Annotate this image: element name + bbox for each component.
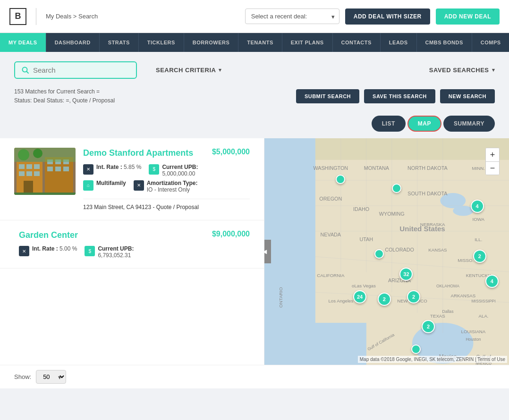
- map-marker[interactable]: 24: [353, 290, 366, 303]
- map-collapse-button[interactable]: ◀: [264, 240, 271, 263]
- logo: B: [9, 8, 26, 25]
- submit-search-button[interactable]: SUBMIT SEARCH: [296, 89, 359, 103]
- deal-name[interactable]: Demo Stanford Apartments: [83, 148, 193, 159]
- map-marker[interactable]: 2: [473, 250, 486, 263]
- nav-item-my-deals[interactable]: MY DEALS: [0, 33, 46, 52]
- svg-rect-18: [14, 193, 76, 195]
- map-marker[interactable]: 2: [407, 290, 420, 303]
- list-view-button[interactable]: LIST: [372, 116, 406, 132]
- svg-rect-9: [26, 171, 32, 176]
- deal-info-2: Garden Center $9,000,000 ✕ Int. Rate : 5…: [14, 230, 250, 259]
- upb-text-2: Current UPB: 6,793,052.31: [98, 245, 134, 259]
- svg-text:OREGON: OREGON: [319, 196, 342, 202]
- map-marker[interactable]: [336, 175, 345, 184]
- search-criteria-chevron-icon: ▾: [219, 67, 222, 73]
- map-marker[interactable]: 4: [471, 200, 484, 213]
- svg-rect-5: [19, 164, 25, 169]
- upb-item-2: $ Current UPB: 6,793,052.31: [85, 245, 134, 259]
- zoom-in-button[interactable]: +: [486, 148, 499, 161]
- map-area: ◀ WASHINGTON: [264, 138, 509, 365]
- show-select-wrapper[interactable]: 10 25 50 100: [36, 370, 66, 384]
- svg-text:IDAHO: IDAHO: [353, 206, 369, 212]
- new-search-button[interactable]: NEW SEARCH: [440, 89, 495, 103]
- results-info: 153 Matches for Current Search = Status:…: [14, 87, 115, 105]
- map-view-button[interactable]: MAP: [407, 116, 441, 132]
- type-label: Multifamily: [96, 180, 126, 186]
- svg-text:ONTARIO: ONTARIO: [278, 287, 283, 308]
- deal-info: Demo Stanford Apartments $5,000,000 ✕ In…: [83, 148, 250, 210]
- svg-text:MISSO.: MISSO.: [458, 258, 474, 263]
- nav-item-tenants[interactable]: TENANTS: [238, 33, 282, 52]
- upb-icon: $: [149, 164, 159, 175]
- int-rate-text: Int. Rate : 5.85 %: [96, 164, 141, 170]
- deal-title-row: Demo Stanford Apartments $5,000,000: [83, 148, 250, 159]
- svg-text:oLas Vegas: oLas Vegas: [352, 283, 376, 288]
- svg-text:MISSISSIPPI: MISSISSIPPI: [471, 299, 495, 303]
- breadcrumb: My Deals > Search: [46, 13, 98, 20]
- deal-amount: $5,000,000: [212, 148, 250, 156]
- svg-text:SOUTH DAKOTA: SOUTH DAKOTA: [407, 191, 448, 197]
- add-new-deal-button[interactable]: ADD NEW DEAL: [436, 8, 500, 25]
- show-select[interactable]: 10 25 50 100: [36, 370, 66, 384]
- deal-meta-2: ⌂ Multifamily ✕ Amortization Type: IO - …: [83, 180, 250, 193]
- amort-value: IO - Interest Only: [147, 186, 198, 193]
- map-marker[interactable]: 4: [485, 275, 499, 288]
- svg-text:CALIFORNIA: CALIFORNIA: [317, 273, 345, 278]
- svg-text:COLORADO: COLORADO: [385, 247, 414, 252]
- nav-item-dashboard[interactable]: DASHBOARD: [46, 33, 100, 52]
- svg-text:OKLAHOMA: OKLAHOMA: [436, 284, 459, 288]
- svg-text:Houston: Houston: [466, 337, 481, 342]
- nav-item-cmbs-bonds[interactable]: CMBS BONDS: [417, 33, 472, 52]
- map-marker[interactable]: 32: [399, 268, 413, 281]
- svg-rect-25: [315, 138, 509, 160]
- int-rate-icon: ✕: [83, 164, 93, 175]
- nav-item-strats[interactable]: STRATS: [100, 33, 139, 52]
- recent-deal-wrapper[interactable]: Select a recent deal:: [245, 8, 339, 24]
- nav-item-ticklers[interactable]: TICKLERS: [139, 33, 184, 52]
- save-search-button[interactable]: SAVE THIS SEARCH: [364, 89, 435, 103]
- map-marker[interactable]: 2: [378, 293, 391, 306]
- nav-item-leads[interactable]: LEADS: [381, 33, 417, 52]
- nav-item-comps[interactable]: COMPS: [472, 33, 509, 52]
- status-text: Status: Deal Status: =, Quote / Proposal: [14, 96, 115, 105]
- svg-text:WASHINGTON: WASHINGTON: [313, 166, 348, 171]
- int-rate-text-2: Int. Rate : 5.00 %: [32, 245, 77, 252]
- footer-bar: Show: 10 25 50 100: [0, 365, 509, 388]
- map-marker[interactable]: [374, 249, 384, 259]
- map-marker[interactable]: [392, 184, 401, 193]
- svg-rect-8: [19, 171, 25, 176]
- int-rate-icon-2: ✕: [19, 246, 29, 256]
- svg-rect-7: [34, 164, 40, 169]
- nav-bar: MY DEALS DASHBOARD STRATS TICKLERS BORRO…: [0, 33, 509, 52]
- upb-label: Current UPB:: [162, 164, 198, 170]
- type-item: ⌂ Multifamily: [83, 180, 126, 193]
- nav-item-borrowers[interactable]: BORROWERS: [184, 33, 238, 52]
- deal-amount-2: $9,000,000: [212, 230, 250, 238]
- add-deal-sizer-button[interactable]: ADD DEAL WITH SIZER: [345, 8, 430, 25]
- saved-searches-button[interactable]: SAVED SEARCHES ▾: [429, 67, 495, 74]
- matches-text: 153 Matches for Current Search =: [14, 87, 115, 96]
- amort-item: ✕ Amortization Type: IO - Interest Only: [134, 180, 198, 193]
- svg-text:MONTANA: MONTANA: [364, 166, 390, 171]
- nav-item-contacts[interactable]: CONTACTS: [333, 33, 381, 52]
- nav-item-exit-plans[interactable]: EXIT PLANS: [282, 33, 333, 52]
- saved-searches-label: SAVED SEARCHES: [429, 67, 489, 74]
- svg-rect-16: [63, 167, 69, 171]
- svg-rect-10: [34, 171, 40, 176]
- saved-searches-chevron-icon: ▾: [492, 67, 495, 73]
- results-bar: 153 Matches for Current Search = Status:…: [0, 84, 509, 113]
- deal-list: Demo Stanford Apartments $5,000,000 ✕ In…: [0, 138, 264, 365]
- logo-area: B: [9, 8, 36, 25]
- upb-value: 5,000,000.00: [162, 170, 198, 177]
- map-marker[interactable]: [411, 344, 421, 354]
- zoom-out-button[interactable]: −: [486, 161, 499, 175]
- search-input[interactable]: [33, 66, 129, 74]
- int-rate-value: 5.85 %: [124, 164, 141, 170]
- deal-name-2[interactable]: Garden Center: [19, 230, 78, 241]
- summary-view-button[interactable]: SUMMARY: [443, 116, 495, 132]
- recent-deal-select[interactable]: Select a recent deal:: [245, 8, 339, 24]
- map-marker[interactable]: 2: [422, 320, 435, 333]
- search-criteria-button[interactable]: SEARCH CRITERIA ▾: [156, 67, 222, 74]
- svg-rect-24: [264, 323, 366, 365]
- search-box[interactable]: [14, 61, 137, 79]
